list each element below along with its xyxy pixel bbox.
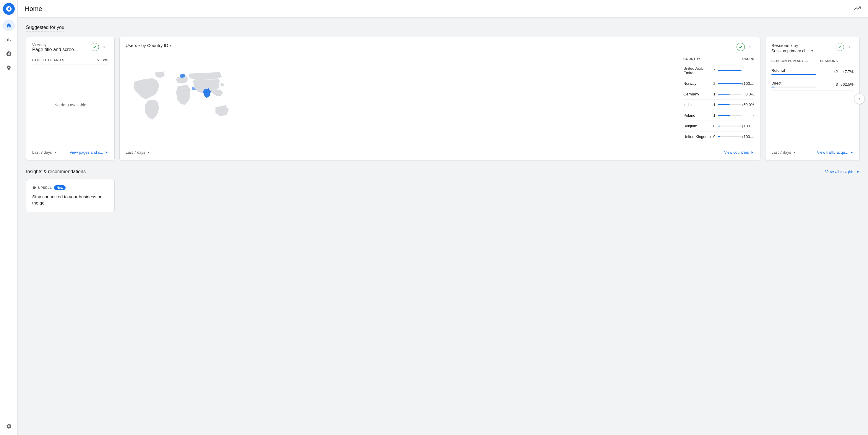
card2-period[interactable]: Last 7 days (126, 150, 151, 155)
channel-change: ↑7.7% (838, 65, 854, 78)
table-row: Germany 1 0.0% (683, 89, 754, 100)
channel-value: 3 (816, 78, 838, 91)
users-by-country-card: Users ▾ by Country ID ▾ (119, 37, 761, 161)
card3-change-header (838, 58, 854, 65)
country-users: 1 (713, 100, 741, 110)
card2-title-block: Users ▾ by Country ID ▾ (126, 43, 172, 48)
card3-period[interactable]: Last 7 days (771, 150, 797, 155)
country-change: 0.0% (742, 89, 754, 100)
bar-chart-icon[interactable] (3, 34, 15, 45)
channel-name: Referral (771, 65, 816, 78)
country-users: 2 (713, 78, 741, 89)
card2-col1-header: COUNTRY (683, 56, 713, 63)
country-name: India (683, 100, 713, 110)
card1-title-block: Views by Page title and scree... (32, 43, 78, 52)
card2-users-arrow[interactable]: ▾ (138, 43, 140, 48)
world-map (126, 54, 679, 145)
channel-value: 42 (816, 65, 838, 78)
card1-controls (91, 43, 108, 51)
google-analytics-logo[interactable] (3, 3, 15, 15)
country-users: 2 (713, 63, 741, 78)
insight-text: Stay connected to your business on the g… (32, 193, 108, 206)
card3-dimension-arrow[interactable]: ▾ (811, 49, 813, 53)
advertising-icon[interactable] (3, 62, 15, 74)
card1-title: Page title and scree... (32, 47, 78, 52)
settings-icon[interactable] (3, 420, 15, 432)
channel-change: ↓62.5% (838, 78, 854, 91)
card1-footer: Last 7 days View pages and s... (32, 145, 108, 155)
card2-footer: Last 7 days View countries (126, 145, 754, 155)
card3-dimension: Session primary ch... (771, 49, 810, 53)
card1-dropdown-button[interactable] (100, 43, 108, 51)
table-row: United Arab Emira... 2 - (683, 63, 754, 78)
new-badge: New (54, 185, 66, 190)
card3-sessions-label: Sessions (771, 43, 789, 48)
country-change: - (742, 110, 754, 121)
country-users: 1 (713, 110, 741, 121)
card3-table: SESSION PRIMARY ... SESSIONS Referral 42… (771, 58, 854, 91)
card3-col2-header: SESSIONS (816, 58, 838, 65)
card3-header: Sessions ▾ by Session primary ch... ▾ (771, 43, 854, 53)
card2-header: Users ▾ by Country ID ▾ (126, 43, 754, 51)
col1-header: PAGE TITLE AND S... (32, 57, 90, 64)
table-row: Direct 3 ↓62.5% (771, 78, 854, 91)
country-name: Norway (683, 78, 713, 89)
card2-dimension: Country ID (147, 43, 168, 48)
next-card-button[interactable] (854, 93, 865, 104)
sessions-by-channel-card: Sessions ▾ by Session primary ch... ▾ (765, 37, 860, 161)
card2-by: by (141, 43, 146, 48)
page-title: Home (25, 5, 42, 13)
insight-tag: UPSELL (32, 186, 52, 190)
card1-period[interactable]: Last 7 days (32, 150, 57, 155)
sidebar (0, 0, 18, 435)
col2-header: VIEWS (90, 57, 108, 64)
home-icon[interactable] (3, 20, 15, 31)
card1-label: Views by (32, 43, 78, 47)
insights-title: Insights & recommendations (26, 169, 86, 174)
card2-controls (737, 43, 754, 51)
country-users: 0 (713, 121, 741, 131)
view-all-insights-link[interactable]: View all insights (825, 169, 860, 174)
card2-dimension-arrow[interactable]: ▾ (169, 43, 172, 48)
table-row: Belgium 0 ↓100.... (683, 121, 754, 131)
country-name: Belgium (683, 121, 713, 131)
card2-map-inner: COUNTRY USERS United Arab Emira... 2 - N… (126, 54, 754, 145)
view-countries-link[interactable]: View countries (724, 150, 754, 155)
svg-point-0 (220, 83, 224, 87)
card3-dropdown-button[interactable] (845, 43, 854, 51)
card2-country-table-container: COUNTRY USERS United Arab Emira... 2 - N… (683, 54, 754, 145)
table-row: India 1 ↓50.0% (683, 100, 754, 110)
sidebar-bottom (3, 420, 15, 432)
card1-table: PAGE TITLE AND S... VIEWS (32, 57, 108, 64)
table-row: United Kingdom 0 ↓100.... (683, 131, 754, 142)
card1-check-button[interactable] (91, 43, 99, 51)
cards-row: Views by Page title and scree... (26, 37, 860, 161)
card3-sessions-arrow[interactable]: ▾ (790, 43, 793, 48)
card2-country-table: COUNTRY USERS United Arab Emira... 2 - N… (683, 56, 754, 142)
suggested-section-title: Suggested for you (26, 25, 64, 32)
country-change: ↓50.0% (742, 100, 754, 110)
country-name: United Kingdom (683, 131, 713, 142)
country-name: Germany (683, 89, 713, 100)
card2-dropdown-button[interactable] (746, 43, 754, 51)
country-change: ↓100.... (742, 131, 754, 142)
views-by-page-card: Views by Page title and scree... (26, 37, 115, 161)
insight-tag-row: UPSELL New (32, 185, 108, 190)
card3-controls (836, 43, 854, 51)
card3-title-block: Sessions ▾ by Session primary ch... ▾ (771, 43, 813, 53)
insight-card: UPSELL New Stay connected to your busine… (26, 179, 115, 212)
card3-check-button[interactable] (836, 43, 844, 51)
table-row: Norway 2 ↑100.... (683, 78, 754, 89)
explore-icon[interactable] (3, 48, 15, 60)
card2-check-button[interactable] (737, 43, 745, 51)
analytics-trend-icon[interactable] (854, 5, 861, 13)
card1-view-link[interactable]: View pages and s... (70, 150, 108, 155)
card3-by: by (794, 43, 798, 48)
card3-col1-header: SESSION PRIMARY ... (771, 58, 816, 65)
view-traffic-link[interactable]: View traffic acqu... (817, 150, 854, 155)
country-change: ↑100.... (742, 78, 754, 89)
header: Home (18, 0, 868, 18)
country-name: United Arab Emira... (683, 63, 713, 78)
card3-footer: Last 7 days View traffic acqu... (771, 145, 854, 155)
country-name: Poland (683, 110, 713, 121)
